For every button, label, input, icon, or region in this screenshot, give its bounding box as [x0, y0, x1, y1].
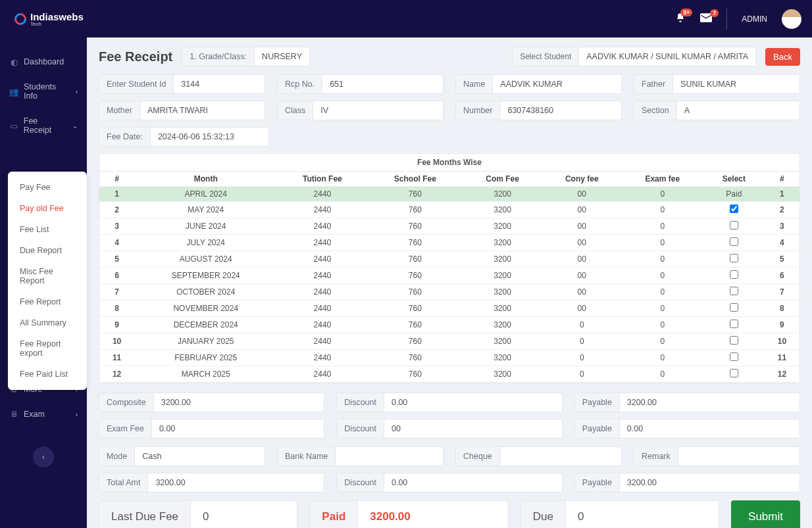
- payable1-input[interactable]: [620, 393, 799, 412]
- month-select-checkbox[interactable]: [730, 352, 738, 361]
- submenu-misc-fee-report[interactable]: Misc Fee Report: [8, 261, 87, 291]
- card-icon: ▭: [9, 121, 18, 130]
- rcp-label: Rcp No.: [278, 75, 322, 93]
- month-select-checkbox[interactable]: [730, 221, 738, 229]
- composite-input[interactable]: [154, 393, 324, 412]
- grade-class-field: 1. Grade/Class: NURSERY: [182, 47, 310, 66]
- table-header: Exam fee: [622, 172, 703, 187]
- mode-input[interactable]: [135, 447, 265, 466]
- nav-fee-receipt[interactable]: ▭ Fee Receipt ⌄: [0, 108, 87, 143]
- fee-receipt-submenu: Pay Fee Pay old Fee Fee List Due Report …: [8, 172, 87, 390]
- class-input[interactable]: [313, 101, 443, 120]
- student-id-input[interactable]: [174, 75, 265, 93]
- grade-label: 1. Grade/Class:: [182, 47, 255, 66]
- table-row: 6SEPTEMBER 2024244076032000006: [99, 268, 799, 284]
- submenu-fee-report[interactable]: Fee Report: [8, 291, 87, 312]
- table-header: Cony fee: [542, 172, 622, 187]
- avatar[interactable]: [782, 9, 801, 29]
- rcp-input[interactable]: [322, 75, 443, 93]
- nav-dashboard[interactable]: ◐ Dashboard: [0, 49, 87, 74]
- submenu-pay-old-fee[interactable]: Pay old Fee: [8, 198, 87, 219]
- month-select-checkbox[interactable]: [730, 369, 738, 377]
- table-header: Tution Fee: [277, 172, 367, 187]
- fee-date-label: Fee Date:: [99, 128, 151, 146]
- notifications-button[interactable]: 3+: [675, 12, 686, 25]
- discount1-input[interactable]: [384, 393, 562, 412]
- table-row: 2MAY 2024244076032000002: [99, 202, 799, 218]
- table-header: Month: [134, 172, 277, 187]
- table-row: 1APRIL 202424407603200000Paid1: [99, 187, 799, 202]
- discount2-label: Discount: [337, 420, 384, 438]
- month-select-checkbox[interactable]: [730, 287, 738, 295]
- table-header: Com Fee: [463, 172, 542, 187]
- payable3-input[interactable]: [620, 473, 799, 492]
- payable2-input[interactable]: [620, 420, 799, 438]
- mother-input[interactable]: [140, 101, 265, 120]
- sidebar: ◐ Dashboard 👥 Students Info › ▭ Fee Rece…: [0, 37, 87, 528]
- screen-icon: 🖥: [9, 410, 18, 419]
- paid-label: Paid: [310, 501, 358, 528]
- users-icon: 👥: [9, 87, 18, 96]
- submit-button[interactable]: Submit: [731, 500, 800, 528]
- total-input[interactable]: [148, 473, 324, 492]
- month-select-checkbox[interactable]: [730, 320, 738, 328]
- father-label: Father: [634, 75, 673, 93]
- section-input[interactable]: [677, 101, 799, 120]
- discount3-input[interactable]: [384, 473, 562, 492]
- submenu-fee-report-export[interactable]: Fee Report export: [8, 333, 87, 364]
- table-row: 10JANUARY 2025244076032000010: [99, 333, 799, 350]
- submenu-due-report[interactable]: Due Report: [8, 240, 87, 261]
- remark-input[interactable]: [678, 447, 799, 466]
- collapse-sidebar-button[interactable]: ‹: [33, 446, 54, 468]
- discount2-input[interactable]: [384, 420, 562, 438]
- table-row: 11FEBRUARY 2025244076032000011: [99, 350, 799, 366]
- chevron-down-icon: ⌄: [72, 122, 78, 130]
- due-value: 0: [566, 501, 719, 528]
- table-title: Fee Months Wise: [99, 154, 799, 172]
- select-student-value[interactable]: AADVIK KUMAR / SUNIL KUMAR / AMRITA: [579, 47, 755, 66]
- table-row: 8NOVEMBER 2024244076032000008: [99, 300, 799, 317]
- month-select-checkbox[interactable]: [730, 303, 738, 312]
- main-content: Fee Receipt 1. Grade/Class: NURSERY Sele…: [87, 37, 812, 528]
- name-input[interactable]: [493, 75, 621, 93]
- bank-input[interactable]: [336, 447, 443, 466]
- exam-label: Exam Fee: [99, 420, 152, 438]
- month-select-checkbox[interactable]: [730, 254, 738, 262]
- nav-label: Exam: [24, 410, 45, 419]
- month-select-checkbox[interactable]: [730, 237, 738, 246]
- logo[interactable]: Indiaswebs Tech: [11, 11, 88, 27]
- father-input[interactable]: [673, 75, 799, 93]
- section-label: Section: [634, 101, 677, 120]
- discount1-label: Discount: [337, 393, 384, 412]
- fee-date-input[interactable]: [151, 128, 268, 146]
- nav-label: Fee Receipt: [24, 116, 67, 135]
- payable2-label: Payable: [575, 420, 620, 438]
- grade-value[interactable]: NURSERY: [255, 47, 309, 66]
- exam-input[interactable]: [152, 420, 324, 438]
- table-header: School Fee: [367, 172, 463, 187]
- month-select-checkbox[interactable]: [730, 336, 738, 345]
- mail-button[interactable]: 7: [700, 13, 712, 24]
- mail-badge: 7: [710, 9, 719, 17]
- gauge-icon: ◐: [9, 57, 18, 66]
- nav-exam[interactable]: 🖥 Exam ›: [0, 402, 87, 427]
- number-input[interactable]: [500, 101, 621, 120]
- page-title: Fee Receipt: [99, 49, 172, 64]
- table-row: 3JUNE 2024244076032000003: [99, 218, 799, 235]
- submenu-pay-fee[interactable]: Pay Fee: [8, 177, 87, 198]
- back-button[interactable]: Back: [765, 48, 800, 66]
- month-select-checkbox[interactable]: [730, 270, 738, 279]
- nav-students-info[interactable]: 👥 Students Info ›: [0, 74, 87, 108]
- submenu-fee-list[interactable]: Fee List: [8, 219, 87, 240]
- submenu-all-summary[interactable]: All Summary: [8, 312, 87, 333]
- table-header: #: [99, 172, 134, 187]
- mother-label: Mother: [99, 101, 140, 120]
- submenu-fee-paid-list[interactable]: Fee Paid List: [8, 364, 87, 385]
- user-name: ADMIN: [742, 14, 767, 24]
- cheque-input[interactable]: [500, 447, 621, 466]
- mode-label: Mode: [99, 447, 135, 466]
- month-select-checkbox[interactable]: [730, 204, 738, 213]
- remark-label: Remark: [634, 447, 678, 466]
- divider: [726, 9, 727, 30]
- total-label: Total Amt: [99, 473, 148, 492]
